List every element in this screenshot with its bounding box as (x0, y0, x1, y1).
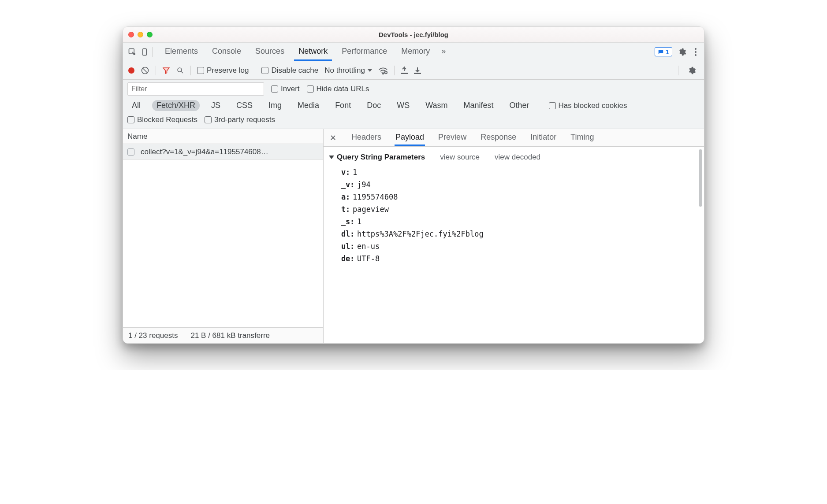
close-icon[interactable]: ✕ (328, 133, 338, 143)
detail-tab-payload[interactable]: Payload (395, 130, 425, 146)
query-param: a:1195574608 (329, 191, 699, 203)
device-toggle-icon[interactable] (140, 47, 149, 57)
svg-point-4 (695, 54, 697, 56)
svg-rect-10 (414, 73, 421, 74)
divider (152, 47, 153, 57)
tab-performance[interactable]: Performance (337, 43, 391, 61)
main-tabs: ElementsConsoleSourcesNetworkPerformance… (160, 43, 434, 61)
filter-input[interactable] (127, 82, 264, 96)
disclosure-triangle-icon (329, 156, 334, 159)
filter-type-doc[interactable]: Doc (362, 100, 385, 111)
disable-cache-checkbox[interactable]: Disable cache (261, 66, 318, 75)
section-title: Query String Parameters (337, 153, 425, 162)
filter-type-js[interactable]: JS (207, 100, 225, 111)
svg-rect-9 (401, 73, 408, 74)
detail-tab-timing[interactable]: Timing (570, 130, 595, 146)
settings-icon[interactable] (675, 48, 689, 56)
detail-pane: ✕ HeadersPayloadPreviewResponseInitiator… (324, 129, 704, 343)
query-param: de:UTF-8 (329, 252, 699, 265)
status-requests: 1 / 23 requests (128, 331, 178, 340)
network-settings-icon[interactable] (685, 66, 699, 75)
tab-console[interactable]: Console (208, 43, 246, 61)
status-transfer: 21 B / 681 kB transferre (190, 331, 270, 340)
filter-type-fetch-xhr[interactable]: Fetch/XHR (152, 100, 200, 111)
payload-panel: Query String Parameters view source view… (324, 147, 704, 343)
divider (394, 66, 395, 75)
filter-type-wasm[interactable]: Wasm (421, 100, 452, 111)
view-source-link[interactable]: view source (440, 153, 480, 162)
request-list-pane: Name collect?v=1&_v=j94&a=1195574608… 1 … (123, 129, 324, 343)
filter-type-css[interactable]: CSS (232, 100, 257, 111)
export-har-icon[interactable] (414, 67, 421, 74)
filter-type-other[interactable]: Other (505, 100, 534, 111)
svg-rect-1 (143, 48, 146, 55)
query-param: _s:1 (329, 215, 699, 228)
query-param: dl:https%3A%2F%2Fjec.fyi%2Fblog (329, 228, 699, 240)
devtools-window: DevTools - jec.fyi/blog ElementsConsoleS… (123, 26, 704, 344)
query-param: v:1 (329, 166, 699, 178)
status-bar: 1 / 23 requests 21 B / 681 kB transferre (123, 327, 323, 343)
import-har-icon[interactable] (401, 67, 408, 74)
view-decoded-link[interactable]: view decoded (495, 153, 540, 162)
svg-point-2 (695, 48, 697, 50)
inspect-icon[interactable] (127, 47, 137, 57)
filter-bar: Invert Hide data URLs AllFetch/XHRJSCSSI… (123, 80, 704, 129)
filter-type-manifest[interactable]: Manifest (459, 100, 498, 111)
divider (184, 331, 184, 340)
divider (190, 66, 191, 75)
detail-tab-headers[interactable]: Headers (350, 130, 382, 146)
column-header-name[interactable]: Name (123, 129, 323, 144)
detail-tab-preview[interactable]: Preview (437, 130, 467, 146)
filter-type-media[interactable]: Media (293, 100, 324, 111)
tab-memory[interactable]: Memory (397, 43, 434, 61)
tab-elements[interactable]: Elements (160, 43, 202, 61)
blocked-requests-checkbox[interactable]: Blocked Requests (127, 115, 197, 124)
section-toggle[interactable]: Query String Parameters (329, 153, 425, 162)
resource-type-filter: AllFetch/XHRJSCSSImgMediaFontDocWSWasmMa… (127, 100, 700, 111)
tab-network[interactable]: Network (294, 43, 332, 61)
main-tab-strip: ElementsConsoleSourcesNetworkPerformance… (123, 43, 704, 61)
request-row[interactable]: collect?v=1&_v=j94&a=1195574608… (123, 144, 323, 160)
third-party-checkbox[interactable]: 3rd-party requests (205, 115, 275, 124)
divider (156, 66, 156, 75)
detail-tab-initiator[interactable]: Initiator (529, 130, 557, 146)
issues-badge[interactable]: 1 (655, 47, 672, 56)
filter-icon[interactable] (162, 67, 170, 74)
detail-tabs: ✕ HeadersPayloadPreviewResponseInitiator… (324, 129, 704, 147)
scrollbar[interactable] (699, 149, 702, 207)
preserve-log-checkbox[interactable]: Preserve log (197, 66, 249, 75)
query-param: _v:j94 (329, 178, 699, 191)
query-param: ul:en-us (329, 240, 699, 252)
request-list: collect?v=1&_v=j94&a=1195574608… (123, 144, 323, 327)
network-conditions-icon[interactable] (378, 67, 388, 74)
filter-type-img[interactable]: Img (264, 100, 286, 111)
svg-point-7 (383, 73, 384, 74)
detail-tab-response[interactable]: Response (480, 130, 517, 146)
hide-data-urls-checkbox[interactable]: Hide data URLs (307, 85, 369, 93)
tab-sources[interactable]: Sources (251, 43, 289, 61)
window-title: DevTools - jec.fyi/blog (123, 31, 704, 38)
more-menu-icon[interactable] (692, 48, 700, 56)
divider (255, 66, 255, 75)
search-icon[interactable] (176, 67, 184, 74)
throttling-select[interactable]: No throttling (324, 66, 372, 75)
svg-point-3 (695, 51, 697, 53)
network-toolbar: Preserve log Disable cache No throttling (123, 61, 704, 80)
record-button[interactable] (128, 67, 134, 74)
titlebar: DevTools - jec.fyi/blog (123, 27, 704, 43)
svg-point-6 (178, 68, 182, 72)
filter-type-font[interactable]: Font (331, 100, 355, 111)
clear-icon[interactable] (141, 66, 149, 75)
issues-count: 1 (666, 48, 669, 56)
content-pane: Name collect?v=1&_v=j94&a=1195574608… 1 … (123, 129, 704, 343)
tabs-overflow-button[interactable]: » (437, 47, 450, 57)
divider (678, 66, 678, 75)
invert-checkbox[interactable]: Invert (271, 85, 300, 93)
query-param: t:pageview (329, 203, 699, 215)
has-blocked-cookies-checkbox[interactable]: Has blocked cookies (549, 101, 627, 110)
filter-type-all[interactable]: All (127, 100, 145, 111)
filter-type-ws[interactable]: WS (392, 100, 414, 111)
